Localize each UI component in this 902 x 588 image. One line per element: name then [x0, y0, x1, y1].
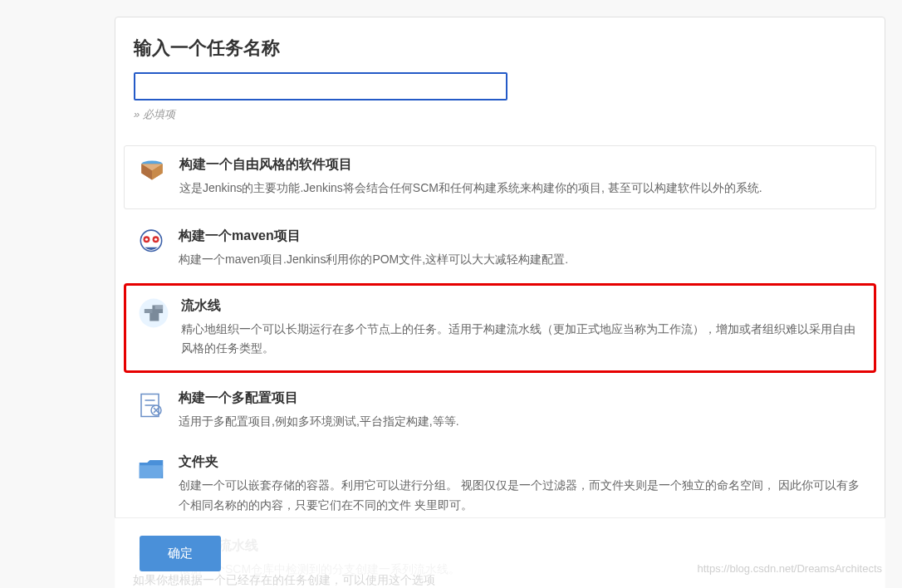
job-type-title: 流水线 — [181, 297, 862, 315]
page-title: 输入一个任务名称 — [134, 36, 866, 61]
pipeline-icon — [138, 297, 169, 329]
job-type-desc: 精心地组织一个可以长期运行在多个节点上的任务。适用于构建流水线（更加正式地应当称… — [181, 320, 862, 360]
required-hint: » 必填项 — [134, 107, 866, 122]
header-section: 输入一个任务名称 » 必填项 — [115, 17, 885, 137]
svg-point-5 — [154, 238, 157, 240]
job-type-title: 构建一个多配置项目 — [179, 390, 865, 407]
svg-point-4 — [145, 238, 148, 240]
job-type-desc: 创建一个可以嵌套存储的容器。利用它可以进行分组。 视图仅仅是一个过滤器，而文件夹… — [179, 476, 865, 516]
job-type-maven[interactable]: 构建一个maven项目 构建一个maven项目.Jenkins利用你的POM文件… — [124, 219, 876, 278]
job-type-desc: 构建一个maven项目.Jenkins利用你的POM文件,这样可以大大减轻构建配… — [179, 250, 865, 270]
multiconfig-icon — [135, 390, 167, 421]
cutoff-hint: 如果你想根据一个已经存在的任务创建，可以使用这个选项 — [133, 573, 435, 588]
maven-icon — [135, 228, 167, 259]
job-type-content: 流水线 精心地组织一个可以长期运行在多个节点上的任务。适用于构建流水线（更加正式… — [181, 297, 862, 360]
main-form-panel: 输入一个任务名称 » 必填项 构建一个自由风格的软件项目 这是Jenkins的主… — [115, 17, 885, 588]
job-type-content: 构建一个自由风格的软件项目 这是Jenkins的主要功能.Jenkins将会结合… — [179, 156, 864, 198]
job-type-content: 构建一个多配置项目 适用于多配置项目,例如多环境测试,平台指定构建,等等. — [179, 390, 865, 432]
job-type-multiconfig[interactable]: 构建一个多配置项目 适用于多配置项目,例如多环境测试,平台指定构建,等等. — [124, 381, 876, 440]
job-type-freestyle[interactable]: 构建一个自由风格的软件项目 这是Jenkins的主要功能.Jenkins将会结合… — [124, 145, 876, 209]
ok-button[interactable]: 确定 — [140, 536, 221, 571]
svg-rect-7 — [145, 309, 153, 313]
job-type-content: 文件夹 创建一个可以嵌套存储的容器。利用它可以进行分组。 视图仅仅是一个过滤器，… — [179, 453, 865, 516]
svg-rect-8 — [155, 305, 164, 309]
task-name-input[interactable] — [134, 72, 507, 100]
job-type-desc: 适用于多配置项目,例如多环境测试,平台指定构建,等等. — [179, 412, 865, 432]
job-type-title: 构建一个自由风格的软件项目 — [179, 156, 864, 174]
job-type-title: 文件夹 — [179, 453, 865, 471]
job-type-folder[interactable]: 文件夹 创建一个可以嵌套存储的容器。利用它可以进行分组。 视图仅仅是一个过滤器，… — [124, 445, 876, 524]
job-type-desc: 这是Jenkins的主要功能.Jenkins将会结合任何SCM和任何构建系统来构… — [179, 179, 864, 198]
folder-icon — [135, 453, 167, 485]
watermark: https://blog.csdn.net/DreamsArchitects — [697, 562, 882, 575]
job-type-pipeline[interactable]: 流水线 精心地组织一个可以长期运行在多个节点上的任务。适用于构建流水线（更加正式… — [124, 283, 876, 374]
freestyle-icon — [136, 156, 168, 188]
job-type-title: 构建一个maven项目 — [179, 228, 865, 245]
job-type-content: 构建一个maven项目 构建一个maven项目.Jenkins利用你的POM文件… — [179, 228, 865, 270]
